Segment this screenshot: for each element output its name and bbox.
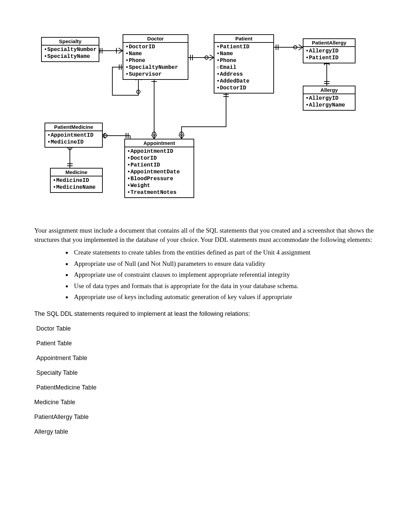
list-item: Appropriate use of Null (and Not Null) p… (72, 259, 377, 269)
table-label: Allergy table (34, 428, 377, 435)
table-label: Medicine Table (34, 399, 377, 406)
table-label: Patient Table (36, 340, 377, 347)
table-label: Specialty Table (36, 369, 377, 376)
svg-point-25 (137, 90, 140, 94)
attr: Supervisor (129, 71, 162, 77)
attr: AllergyName (309, 102, 345, 108)
entity-doctor: Doctor •DoctorID •Name •Phone •Specialty… (123, 34, 188, 80)
attr: DoctorID (129, 44, 155, 50)
attr: MedicineName (56, 184, 96, 190)
attr: PatientID (220, 44, 249, 50)
requirements-list: Create statements to create tables from … (34, 248, 377, 302)
entity-attrs: •AllergyID •PatientID (303, 47, 355, 63)
attr: PatientID (309, 55, 338, 61)
table-label: Appointment Table (36, 355, 377, 362)
entity-title: PatientAllergy (303, 39, 355, 47)
attr: PatientID (130, 162, 160, 168)
attr: DoctorID (130, 155, 157, 161)
svg-line-17 (299, 47, 303, 50)
attr: MedicineID (51, 139, 84, 145)
attr: Name (129, 51, 142, 57)
attr: Phone (129, 58, 145, 64)
svg-line-32 (154, 135, 157, 139)
entity-attrs: •MedicineID •MedicineName (51, 176, 102, 192)
attr: MedicineID (56, 177, 89, 184)
table-label: PatientMedicine Table (36, 384, 377, 391)
attr: Email (220, 64, 236, 71)
relations-intro: The SQL DDL statements required to imple… (34, 310, 377, 318)
entity-allergy: Allergy •AllergyID •AllergyName (303, 86, 356, 111)
attr: TreatmentNotes (130, 189, 176, 196)
attr: SpecialtyNumber (129, 64, 178, 71)
svg-line-10 (210, 58, 214, 60)
svg-line-16 (299, 45, 303, 47)
entity-title: PatientMedicine (45, 123, 102, 131)
svg-line-9 (210, 55, 214, 58)
table-label: Doctor Table (36, 325, 377, 332)
entity-patientmedicine: PatientMedicine •AppointmentID •Medicine… (45, 123, 103, 148)
svg-point-35 (180, 132, 183, 135)
entity-appointment: Appointment •AppointmentID •DoctorID •Pa… (124, 139, 194, 198)
entity-medicine: Medicine •MedicineID •MedicineName (50, 168, 103, 193)
entity-title: Specialty (42, 38, 99, 46)
entity-title: Allergy (303, 86, 355, 94)
attr: Phone (220, 58, 236, 64)
attr: BloodPressure (130, 176, 173, 182)
table-label: PatientAllergy Table (34, 413, 377, 421)
document-page: Specialty •SpecialtyNumber •SpecialtyNam… (0, 0, 411, 532)
svg-point-39 (104, 134, 107, 137)
entity-patient: Patient •PatientID •Name •Phone ○Email •… (214, 34, 274, 94)
entity-attrs: •AppointmentID •MedicineID (45, 131, 102, 147)
attr: SpecialtyNumber (47, 47, 97, 53)
attr: Name (220, 51, 233, 57)
entity-title: Medicine (51, 169, 102, 176)
svg-point-11 (205, 56, 208, 59)
list-item: Create statements to create tables from … (72, 248, 377, 258)
svg-line-36 (179, 135, 182, 139)
attr: AppointmentID (51, 132, 94, 138)
entity-title: Doctor (123, 35, 188, 43)
svg-point-30 (152, 132, 156, 135)
attr: AllergyID (309, 48, 338, 54)
attr: Address (220, 71, 243, 77)
attr: AppointmentDate (130, 169, 180, 175)
svg-line-37 (182, 135, 184, 139)
entity-attrs: •AppointmentID •DoctorID •PatientID •App… (125, 147, 194, 197)
svg-line-3 (119, 48, 123, 51)
attr: AddedDate (220, 78, 249, 84)
entity-attrs: •SpecialtyNumber •SpecialtyName (42, 46, 99, 61)
entity-specialty: Specialty •SpecialtyNumber •SpecialtyNam… (41, 37, 99, 62)
attr: DoctorID (220, 85, 246, 91)
entity-patientallergy: PatientAllergy •AllergyID •PatientID (303, 38, 356, 63)
entity-title: Appointment (125, 139, 194, 147)
list-item: Use of data types and formats that is ap… (72, 281, 377, 291)
paragraph-intro: Your assignment must include a document … (34, 226, 377, 244)
entity-attrs: •PatientID •Name •Phone ○Email •Address … (214, 43, 273, 93)
svg-point-15 (294, 46, 297, 49)
entity-attrs: •AllergyID •AllergyName (303, 94, 355, 110)
attr: AllergyID (309, 95, 338, 101)
entity-attrs: •DoctorID •Name •Phone •SpecialtyNumber … (123, 43, 188, 79)
list-item: Appropriate use of constraint clauses to… (72, 270, 377, 280)
attr: Weight (130, 183, 150, 189)
svg-line-31 (151, 135, 154, 139)
list-item: Appropriate use of keys including automa… (72, 292, 377, 302)
entity-title: Patient (214, 35, 273, 43)
attr: SpecialtyName (47, 53, 90, 60)
erd-diagram: Specialty •SpecialtyNumber •SpecialtyNam… (34, 34, 377, 216)
svg-line-4 (119, 51, 123, 53)
attr: AppointmentID (130, 148, 173, 154)
